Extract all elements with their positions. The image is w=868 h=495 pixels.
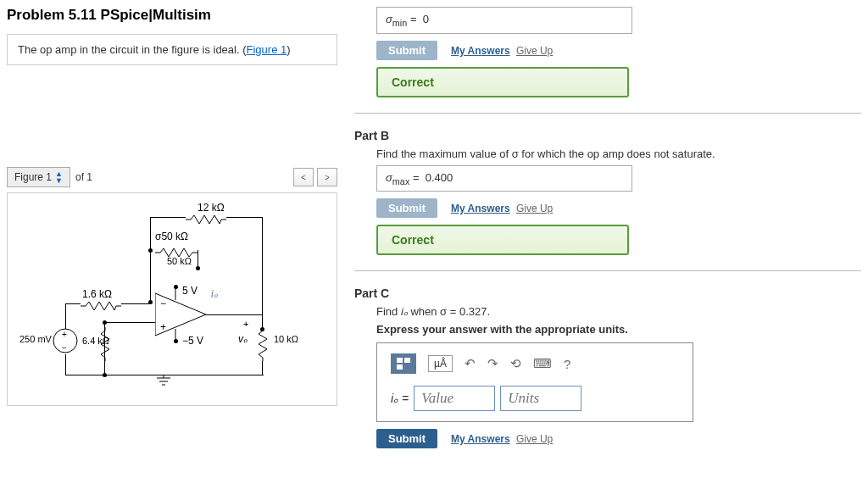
partC-value-input[interactable] <box>414 386 495 411</box>
partC-input-panel: µÅ ↶ ↷ ⟲ ⌨ ? iₒ = <box>376 342 693 422</box>
partA-answer-sub: min <box>392 18 407 28</box>
label-r1_6k: 1.6 kΩ <box>82 288 112 300</box>
figure-prev-button[interactable]: < <box>293 168 314 186</box>
partB-my-answers-link[interactable]: My Answers <box>451 203 510 214</box>
partA-answer-box: σmin = 0 <box>376 7 632 34</box>
resistor-12k <box>186 214 226 222</box>
partA-eq: = <box>407 13 420 25</box>
figure-label: Figure 1 <box>14 171 52 183</box>
partB-value: 0.400 <box>426 171 453 184</box>
partA-answer-var: σ <box>386 13 392 25</box>
partC-prompt: Find iₒ when σ = 0.327. <box>376 305 861 318</box>
description-suffix: ) <box>287 43 290 56</box>
partC-my-answers-link[interactable]: My Answers <box>451 433 510 445</box>
partB-header: Part B <box>354 129 861 142</box>
voltage-source: +− <box>52 327 79 354</box>
figure-link[interactable]: Figure 1 <box>247 43 287 56</box>
left-column: Problem 5.11 PSpice|Multisim The op amp … <box>7 7 337 455</box>
label-io: iₒ <box>211 288 218 300</box>
figure-box: 12 kΩ σ50 kΩ 50 kΩ 1.6 kΩ <box>7 192 337 406</box>
partC-toolbar: µÅ ↶ ↷ ⟲ ⌨ ? <box>391 353 679 374</box>
label-v5n: −5 V <box>182 335 203 347</box>
partC-value-units: iₒ = <box>391 386 679 411</box>
partA-giveup-link[interactable]: Give Up <box>516 45 553 57</box>
partC-units-input[interactable] <box>500 386 581 411</box>
partB-correct-box: Correct <box>376 225 629 255</box>
svg-rect-13 <box>397 364 403 370</box>
svg-rect-11 <box>397 358 403 363</box>
units-selector[interactable]: µÅ <box>428 355 453 372</box>
resistor-10k <box>259 327 267 361</box>
figure-tab[interactable]: Figure 1 ▲▼ <box>7 167 70 187</box>
help-icon[interactable]: ? <box>564 357 570 371</box>
partA-correct-box: Correct <box>376 67 629 97</box>
partC-header: Part C <box>354 286 861 300</box>
partA-submit-button[interactable]: Submit <box>376 41 437 60</box>
partB-button-row: Submit My Answers Give Up <box>376 198 861 218</box>
ground-symbol <box>155 375 172 387</box>
figure-counter: of 1 <box>70 169 97 186</box>
label-r12k: 12 kΩ <box>198 202 225 214</box>
description-box: The op amp in the circuit in the figure … <box>7 34 337 65</box>
resistor-sigma50k <box>155 247 198 255</box>
right-column: σmin = 0 Submit My Answers Give Up Corre… <box>354 7 861 455</box>
figure-next-button[interactable]: > <box>317 168 337 186</box>
partB-answer-var: σ <box>386 171 392 184</box>
partB-eq: = <box>409 171 422 184</box>
svg-text:+: + <box>62 330 67 339</box>
partA-value: 0 <box>423 13 429 25</box>
partB-submit-button[interactable]: Submit <box>376 198 437 218</box>
partC-giveup-link[interactable]: Give Up <box>516 433 553 445</box>
partA-my-answers-link[interactable]: My Answers <box>451 45 510 57</box>
partC-submit-button[interactable]: Submit <box>376 429 437 448</box>
circuit-diagram: 12 kΩ σ50 kΩ 50 kΩ 1.6 kΩ <box>28 202 316 397</box>
label-v5p: 5 V <box>182 285 198 297</box>
undo-icon[interactable]: ↶ <box>465 356 476 371</box>
label-r50k: 50 kΩ <box>167 256 192 266</box>
description-text: The op amp in the circuit in the figure … <box>18 43 247 56</box>
label-sigma50k: σ50 kΩ <box>155 231 188 242</box>
svg-rect-12 <box>404 358 410 363</box>
resistor-6_4k <box>101 327 109 361</box>
svg-text:−: − <box>62 343 67 353</box>
reset-icon[interactable]: ⟲ <box>510 356 521 371</box>
resistor-1_6k <box>81 300 121 309</box>
keyboard-icon[interactable]: ⌨ <box>533 356 552 371</box>
partB-answer-box: σmax = 0.400 <box>376 165 632 192</box>
figure-nav: Figure 1 ▲▼ of 1 < > <box>7 167 337 187</box>
partB-answer-sub: max <box>392 175 409 186</box>
dropdown-icon: ▲▼ <box>55 170 63 184</box>
partA-button-row: Submit My Answers Give Up <box>376 41 861 60</box>
svg-text:+: + <box>160 321 166 333</box>
partC-button-row: Submit My Answers Give Up <box>376 429 861 448</box>
redo-icon[interactable]: ↷ <box>487 356 498 371</box>
problem-title: Problem 5.11 PSpice|Multisim <box>7 7 337 24</box>
partB-prompt: Find the maximum value of σ for which th… <box>376 147 861 160</box>
label-vo: vₒ <box>238 333 248 345</box>
templates-button[interactable] <box>391 353 416 374</box>
label-r10k: 10 kΩ <box>274 334 298 344</box>
partB-giveup-link[interactable]: Give Up <box>516 203 553 214</box>
partC-instruction: Express your answer with the appropriate… <box>376 323 861 336</box>
partC-var-label: iₒ = <box>391 392 409 405</box>
label-v250mv: 250 mV <box>19 334 52 344</box>
svg-text:−: − <box>160 298 166 309</box>
